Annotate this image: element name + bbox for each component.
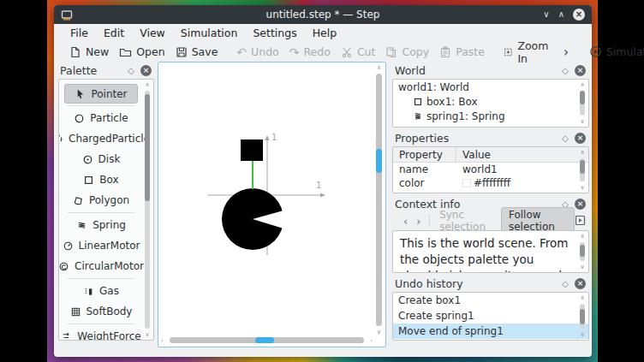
paste-button[interactable]: Paste — [434, 44, 490, 60]
tree-item-world1[interactable]: world1: World — [393, 80, 588, 94]
property-row-name[interactable]: name world1 — [393, 163, 588, 176]
palette-scrollbar[interactable]: ∧ ∨ — [142, 80, 152, 340]
palette-item-box[interactable]: Box — [61, 169, 141, 190]
palette-item-linearmotor[interactable]: LinearMotor — [61, 235, 141, 256]
column-value[interactable]: Value — [456, 149, 491, 161]
tree-item-box1[interactable]: box1: Box — [393, 94, 588, 109]
close-icon[interactable]: × — [573, 9, 585, 21]
palette-item-chargedparticle[interactable]: ChargedParticle — [61, 128, 141, 149]
context-scrollbar[interactable]: ∧ ∨ — [577, 231, 587, 272]
zoom-in-icon — [504, 46, 514, 58]
tree-item-spring1[interactable]: spring1: Spring — [393, 109, 588, 123]
simulate-button[interactable]: Simulate ∨ — [584, 44, 644, 60]
undo-item-create-spring1[interactable]: Create spring1 — [393, 308, 588, 323]
undo-float-icon[interactable]: ◇ — [562, 279, 575, 288]
minimize-icon[interactable]: ∨ — [543, 10, 549, 19]
palette-item-circularmotor[interactable]: CircularMotor — [61, 256, 141, 276]
forward-icon[interactable]: › — [412, 216, 425, 227]
cut-button[interactable]: Cut — [336, 44, 381, 60]
titlebar[interactable]: untitled.step * — Step ∨ ∧ × — [54, 5, 592, 24]
scroll-down-icon[interactable]: ∨ — [577, 330, 587, 339]
sync-selection-button[interactable]: Sync selection — [434, 209, 498, 233]
pointer-icon — [75, 88, 86, 99]
scroll-down-icon[interactable]: ∨ — [142, 330, 152, 339]
menu-edit[interactable]: Edit — [96, 27, 132, 39]
menu-simulation[interactable]: Simulation — [173, 27, 246, 39]
canvas-hscroll-track[interactable] — [170, 337, 364, 343]
scroll-up-icon[interactable]: ∧ — [377, 64, 381, 71]
world-scrollbar-track[interactable] — [580, 91, 585, 116]
toolbar-overflow-chevron-icon[interactable]: › — [557, 45, 575, 60]
world-float-icon[interactable]: ◇ — [562, 66, 575, 75]
save-button[interactable]: Save — [170, 44, 224, 60]
maximize-icon[interactable]: ∧ — [558, 10, 564, 19]
canvas-vscroll-track[interactable] — [376, 74, 382, 326]
scroll-up-icon[interactable]: ∧ — [577, 80, 587, 89]
palette-item-gas[interactable]: Gas — [61, 281, 141, 301]
soft-body-icon — [70, 306, 81, 317]
scroll-up-icon[interactable]: ∧ — [577, 232, 587, 240]
scroll-up-icon[interactable]: ∧ — [577, 294, 587, 302]
palette-scrollbar-track[interactable] — [145, 91, 150, 329]
context-scrollbar-track[interactable] — [580, 242, 585, 261]
property-row-color[interactable]: color #ffffffff — [393, 176, 588, 190]
undo-button[interactable]: ↶ Undo — [231, 44, 283, 60]
open-external-icon[interactable] — [575, 213, 586, 229]
palette-separator — [68, 278, 134, 279]
palette-float-icon[interactable]: ◇ — [128, 66, 140, 75]
world-title: World — [395, 64, 426, 77]
canvas-vscroll-handle[interactable] — [376, 149, 382, 173]
scroll-right-icon[interactable]: › — [370, 337, 373, 344]
world-scrollbar[interactable]: ∧ ∨ — [577, 80, 587, 127]
palette-item-particle[interactable]: Particle — [61, 108, 141, 128]
palette-scrollbar-handle[interactable] — [145, 94, 150, 201]
open-button[interactable]: Open — [114, 44, 170, 60]
properties-scrollbar-track[interactable] — [580, 158, 585, 181]
desktop: untitled.step * — Step ∨ ∧ × File Edit V… — [0, 0, 644, 362]
menu-file[interactable]: File — [63, 27, 96, 39]
menu-settings[interactable]: Settings — [245, 27, 304, 39]
palette-item-polygon[interactable]: Polygon — [61, 190, 141, 211]
undo-item-create-box1[interactable]: Create box1 — [393, 293, 588, 308]
undo-scrollbar-handle[interactable] — [580, 309, 585, 324]
world-canvas[interactable]: 1 1 ∧ ∨ ‹ › — [158, 62, 386, 347]
redo-button[interactable]: ↷ Redo — [284, 44, 336, 60]
scroll-up-icon[interactable]: ∧ — [142, 80, 152, 89]
scroll-down-icon[interactable]: ∨ — [577, 117, 587, 126]
world-close-icon[interactable]: × — [575, 65, 586, 76]
context-scrollbar-handle[interactable] — [580, 245, 585, 257]
properties-scrollbar-handle[interactable] — [580, 160, 585, 174]
menu-help[interactable]: Help — [305, 27, 345, 39]
context-close-icon[interactable]: × — [575, 199, 586, 210]
canvas-hscroll-handle[interactable] — [255, 337, 274, 343]
canvas-vertical-scrollbar[interactable]: ∧ ∨ — [374, 64, 384, 335]
tree-item-label: world1: World — [398, 81, 469, 93]
undo-scrollbar-track[interactable] — [580, 304, 585, 329]
palette-close-icon[interactable]: × — [140, 65, 152, 76]
undo-scrollbar[interactable]: ∧ ∨ — [577, 293, 587, 340]
properties-float-icon[interactable]: ◇ — [562, 134, 575, 143]
undo-item-move-end-of-spring1[interactable]: Move end of spring1 — [393, 323, 588, 339]
scroll-down-icon[interactable]: ∨ — [577, 263, 587, 271]
back-icon[interactable]: ‹ — [399, 216, 412, 227]
palette-item-softbody[interactable]: SoftBody — [61, 301, 141, 322]
scroll-up-icon[interactable]: ∧ — [577, 148, 587, 157]
copy-button[interactable]: Copy — [380, 44, 434, 60]
palette-item-disk[interactable]: Disk — [61, 149, 141, 169]
palette-item-pointer[interactable]: Pointer — [64, 84, 138, 104]
palette-item-spring[interactable]: Spring — [61, 215, 141, 235]
scroll-left-icon[interactable]: ‹ — [161, 337, 164, 344]
scroll-down-icon[interactable]: ∨ — [377, 329, 381, 335]
box1-shape[interactable] — [241, 139, 263, 161]
properties-scrollbar[interactable]: ∧ ∨ — [577, 147, 587, 193]
undo-close-icon[interactable]: × — [575, 278, 586, 289]
box-icon — [414, 98, 422, 106]
properties-close-icon[interactable]: × — [575, 133, 586, 144]
palette-item-weightforce[interactable]: WeightForce — [61, 326, 141, 341]
menu-view[interactable]: View — [132, 27, 173, 39]
new-button[interactable]: New — [64, 44, 114, 60]
column-property[interactable]: Property — [393, 147, 456, 162]
scroll-down-icon[interactable]: ∨ — [577, 183, 587, 192]
world-scrollbar-handle[interactable] — [580, 91, 585, 104]
canvas-horizontal-scrollbar[interactable]: ‹ › — [161, 335, 373, 345]
